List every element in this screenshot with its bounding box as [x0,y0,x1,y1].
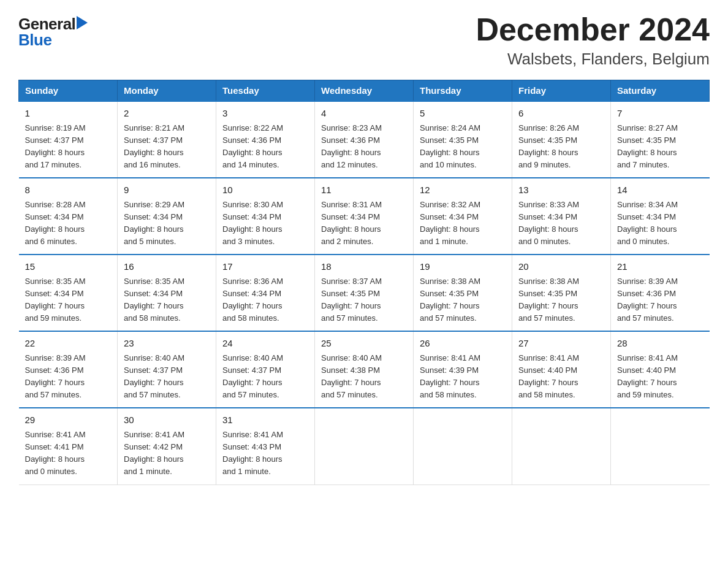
day-number: 19 [420,260,506,274]
calendar-day-cell: 20Sunrise: 8:38 AM Sunset: 4:35 PM Dayli… [512,255,611,331]
day-info: Sunrise: 8:26 AM Sunset: 4:35 PM Dayligh… [518,122,604,172]
day-number: 25 [321,337,407,351]
calendar-day-cell: 29Sunrise: 8:41 AM Sunset: 4:41 PM Dayli… [19,408,118,484]
calendar-day-cell: 5Sunrise: 8:24 AM Sunset: 4:35 PM Daylig… [414,101,512,178]
calendar-day-cell: 2Sunrise: 8:21 AM Sunset: 4:37 PM Daylig… [118,101,216,178]
calendar-day-cell: 10Sunrise: 8:30 AM Sunset: 4:34 PM Dayli… [216,178,315,255]
day-number: 13 [518,183,604,197]
day-number: 10 [222,183,308,197]
day-number: 18 [321,260,407,274]
logo-general: General [18,16,75,32]
day-info: Sunrise: 8:28 AM Sunset: 4:34 PM Dayligh… [25,199,112,248]
day-info: Sunrise: 8:22 AM Sunset: 4:36 PM Dayligh… [222,122,308,172]
day-number: 27 [518,337,604,351]
day-info: Sunrise: 8:33 AM Sunset: 4:34 PM Dayligh… [518,199,604,248]
calendar-day-cell: 23Sunrise: 8:40 AM Sunset: 4:37 PM Dayli… [118,331,216,408]
calendar-day-cell: 24Sunrise: 8:40 AM Sunset: 4:37 PM Dayli… [216,331,315,408]
day-info: Sunrise: 8:37 AM Sunset: 4:35 PM Dayligh… [321,275,407,325]
day-header-saturday: Saturday [611,80,710,102]
calendar-day-cell [611,408,710,484]
calendar-day-cell: 15Sunrise: 8:35 AM Sunset: 4:34 PM Dayli… [19,255,118,331]
day-info: Sunrise: 8:41 AM Sunset: 4:43 PM Dayligh… [222,429,308,478]
day-info: Sunrise: 8:40 AM Sunset: 4:38 PM Dayligh… [321,352,407,402]
svg-marker-0 [77,16,88,29]
calendar-title: December 2024 [476,12,710,47]
day-header-friday: Friday [512,80,611,102]
calendar-day-cell: 1Sunrise: 8:19 AM Sunset: 4:37 PM Daylig… [19,101,118,178]
day-info: Sunrise: 8:23 AM Sunset: 4:36 PM Dayligh… [321,122,407,172]
day-number: 30 [124,413,210,427]
day-info: Sunrise: 8:35 AM Sunset: 4:34 PM Dayligh… [25,275,112,325]
day-info: Sunrise: 8:38 AM Sunset: 4:35 PM Dayligh… [518,275,604,325]
calendar-day-cell: 18Sunrise: 8:37 AM Sunset: 4:35 PM Dayli… [315,255,414,331]
day-info: Sunrise: 8:38 AM Sunset: 4:35 PM Dayligh… [420,275,506,325]
day-number: 6 [518,107,604,121]
day-info: Sunrise: 8:24 AM Sunset: 4:35 PM Dayligh… [420,122,506,172]
day-info: Sunrise: 8:27 AM Sunset: 4:35 PM Dayligh… [617,122,703,172]
day-header-sunday: Sunday [19,80,118,102]
logo: General Blue [18,12,88,48]
calendar-day-cell: 19Sunrise: 8:38 AM Sunset: 4:35 PM Dayli… [414,255,512,331]
calendar-day-cell: 31Sunrise: 8:41 AM Sunset: 4:43 PM Dayli… [216,408,315,484]
day-number: 15 [25,260,112,274]
day-number: 1 [25,107,112,121]
day-number: 7 [617,107,703,121]
calendar-day-cell [414,408,512,484]
day-info: Sunrise: 8:41 AM Sunset: 4:41 PM Dayligh… [25,429,112,478]
calendar-day-cell [512,408,611,484]
day-number: 31 [222,413,308,427]
calendar-day-cell: 4Sunrise: 8:23 AM Sunset: 4:36 PM Daylig… [315,101,414,178]
calendar-day-cell: 14Sunrise: 8:34 AM Sunset: 4:34 PM Dayli… [611,178,710,255]
day-number: 2 [124,107,210,121]
day-info: Sunrise: 8:36 AM Sunset: 4:34 PM Dayligh… [222,275,308,325]
day-number: 23 [124,337,210,351]
day-number: 14 [617,183,703,197]
calendar-week-row: 1Sunrise: 8:19 AM Sunset: 4:37 PM Daylig… [19,101,710,178]
day-info: Sunrise: 8:34 AM Sunset: 4:34 PM Dayligh… [617,199,703,248]
calendar-table: SundayMondayTuesdayWednesdayThursdayFrid… [18,80,710,484]
day-number: 28 [617,337,703,351]
calendar-day-cell: 3Sunrise: 8:22 AM Sunset: 4:36 PM Daylig… [216,101,315,178]
day-number: 9 [124,183,210,197]
calendar-day-cell: 17Sunrise: 8:36 AM Sunset: 4:34 PM Dayli… [216,255,315,331]
calendar-day-cell: 7Sunrise: 8:27 AM Sunset: 4:35 PM Daylig… [611,101,710,178]
day-number: 11 [321,183,407,197]
day-header-monday: Monday [118,80,216,102]
day-info: Sunrise: 8:41 AM Sunset: 4:40 PM Dayligh… [518,352,604,402]
calendar-header-row: SundayMondayTuesdayWednesdayThursdayFrid… [19,80,710,102]
calendar-week-row: 8Sunrise: 8:28 AM Sunset: 4:34 PM Daylig… [19,178,710,255]
day-number: 29 [25,413,112,427]
calendar-day-cell: 11Sunrise: 8:31 AM Sunset: 4:34 PM Dayli… [315,178,414,255]
calendar-day-cell: 13Sunrise: 8:33 AM Sunset: 4:34 PM Dayli… [512,178,611,255]
day-header-wednesday: Wednesday [315,80,414,102]
calendar-day-cell: 27Sunrise: 8:41 AM Sunset: 4:40 PM Dayli… [512,331,611,408]
calendar-subtitle: Walsbets, Flanders, Belgium [476,50,710,69]
calendar-day-cell: 28Sunrise: 8:41 AM Sunset: 4:40 PM Dayli… [611,331,710,408]
calendar-day-cell: 21Sunrise: 8:39 AM Sunset: 4:36 PM Dayli… [611,255,710,331]
day-info: Sunrise: 8:40 AM Sunset: 4:37 PM Dayligh… [222,352,308,402]
day-info: Sunrise: 8:29 AM Sunset: 4:34 PM Dayligh… [124,199,210,248]
day-number: 26 [420,337,506,351]
calendar-day-cell: 30Sunrise: 8:41 AM Sunset: 4:42 PM Dayli… [118,408,216,484]
calendar-day-cell: 9Sunrise: 8:29 AM Sunset: 4:34 PM Daylig… [118,178,216,255]
calendar-day-cell: 6Sunrise: 8:26 AM Sunset: 4:35 PM Daylig… [512,101,611,178]
calendar-week-row: 29Sunrise: 8:41 AM Sunset: 4:41 PM Dayli… [19,408,710,484]
calendar-day-cell: 8Sunrise: 8:28 AM Sunset: 4:34 PM Daylig… [19,178,118,255]
day-number: 20 [518,260,604,274]
day-number: 21 [617,260,703,274]
day-number: 4 [321,107,407,121]
day-number: 16 [124,260,210,274]
day-number: 24 [222,337,308,351]
calendar-week-row: 22Sunrise: 8:39 AM Sunset: 4:36 PM Dayli… [19,331,710,408]
day-number: 8 [25,183,112,197]
day-info: Sunrise: 8:30 AM Sunset: 4:34 PM Dayligh… [222,199,308,248]
calendar-day-cell: 12Sunrise: 8:32 AM Sunset: 4:34 PM Dayli… [414,178,512,255]
calendar-day-cell: 25Sunrise: 8:40 AM Sunset: 4:38 PM Dayli… [315,331,414,408]
day-number: 3 [222,107,308,121]
day-number: 5 [420,107,506,121]
calendar-week-row: 15Sunrise: 8:35 AM Sunset: 4:34 PM Dayli… [19,255,710,331]
calendar-day-cell: 16Sunrise: 8:35 AM Sunset: 4:34 PM Dayli… [118,255,216,331]
calendar-day-cell: 26Sunrise: 8:41 AM Sunset: 4:39 PM Dayli… [414,331,512,408]
calendar-day-cell [315,408,414,484]
day-number: 22 [25,337,112,351]
